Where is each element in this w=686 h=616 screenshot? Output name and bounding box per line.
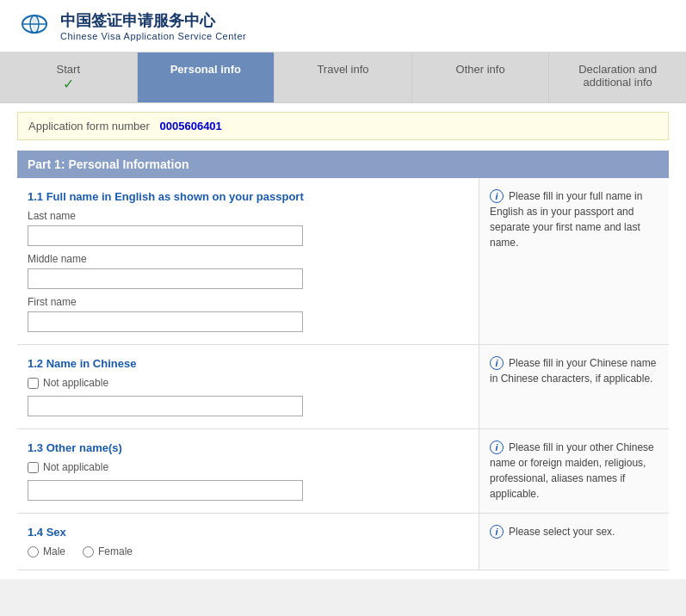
section-1-2-not-applicable-label[interactable]: Not applicable bbox=[28, 377, 468, 389]
other-name-input[interactable] bbox=[28, 480, 303, 501]
section-1-1-title: 1.1 Full name in English as shown on you… bbox=[28, 190, 468, 203]
info-icon-1-1: i bbox=[490, 189, 504, 203]
tab-declaration[interactable]: Declaration and additional info bbox=[549, 52, 686, 102]
app-number-value: 0005606401 bbox=[160, 120, 222, 132]
tab-personal-info[interactable]: Personal info bbox=[138, 52, 275, 102]
section-1-1-help: i Please fill in your full name in Engli… bbox=[479, 178, 669, 344]
section-1-2: 1.2 Name in Chinese Not applicable i Ple… bbox=[17, 345, 669, 429]
male-radio-label[interactable]: Male bbox=[28, 545, 65, 557]
first-name-input[interactable] bbox=[28, 311, 303, 332]
middle-name-input[interactable] bbox=[28, 268, 303, 289]
header-title-cn: 中国签证申请服务中心 bbox=[60, 10, 215, 31]
section-1-3-title: 1.3 Other name(s) bbox=[28, 441, 468, 454]
header-title-en: Chinese Visa Application Service Center bbox=[60, 31, 246, 41]
tab-travel-info[interactable]: Travel info bbox=[275, 52, 412, 102]
section-1-2-help-text: Please fill in your Chinese name in Chin… bbox=[490, 357, 656, 385]
last-name-label: Last name bbox=[28, 210, 468, 222]
info-icon-1-3: i bbox=[490, 440, 504, 454]
section-1-3-help-text: Please fill in your other Chinese name o… bbox=[490, 441, 654, 500]
section-1-3: 1.3 Other name(s) Not applicable i Pleas… bbox=[17, 429, 669, 514]
section-1-2-left: 1.2 Name in Chinese Not applicable bbox=[17, 345, 479, 428]
last-name-input[interactable] bbox=[28, 225, 303, 246]
content-area: Application form number 0005606401 Part … bbox=[0, 103, 686, 579]
section-1-3-left: 1.3 Other name(s) Not applicable bbox=[17, 429, 479, 513]
female-radio-label[interactable]: Female bbox=[83, 545, 133, 557]
section-1-3-help: i Please fill in your other Chinese name… bbox=[479, 429, 669, 513]
part1-header: Part 1: Personal Information bbox=[17, 151, 669, 178]
section-1-4: 1.4 Sex Male Female i Please select your… bbox=[17, 514, 669, 570]
logo-icon bbox=[17, 9, 52, 43]
section-1-2-help: i Please fill in your Chinese name in Ch… bbox=[479, 345, 669, 428]
section-1-3-not-applicable-label[interactable]: Not applicable bbox=[28, 461, 468, 473]
header: 中国签证申请服务中心 Chinese Visa Application Serv… bbox=[0, 0, 686, 52]
middle-name-label: Middle name bbox=[28, 253, 468, 265]
section-1-2-not-applicable-checkbox[interactable] bbox=[28, 378, 39, 389]
app-number-label: Application form number bbox=[28, 120, 150, 132]
start-checkmark: ✓ bbox=[7, 76, 130, 92]
male-radio[interactable] bbox=[28, 546, 39, 557]
header-branding: 中国签证申请服务中心 Chinese Visa Application Serv… bbox=[60, 10, 246, 41]
section-1-1: 1.1 Full name in English as shown on you… bbox=[17, 178, 669, 345]
first-name-label: First name bbox=[28, 296, 468, 308]
section-1-1-left: 1.1 Full name in English as shown on you… bbox=[17, 178, 479, 344]
section-1-4-help: i Please select your sex. bbox=[479, 514, 669, 570]
tab-other-info[interactable]: Other info bbox=[412, 52, 550, 102]
tab-start[interactable]: Start ✓ bbox=[0, 52, 138, 102]
section-1-4-help-text: Please select your sex. bbox=[509, 526, 615, 538]
section-1-4-title: 1.4 Sex bbox=[28, 526, 468, 539]
info-icon-1-4: i bbox=[490, 525, 504, 539]
tab-bar: Start ✓ Personal info Travel info Other … bbox=[0, 52, 686, 103]
info-icon-1-2: i bbox=[490, 356, 504, 370]
chinese-name-input[interactable] bbox=[28, 396, 303, 416]
section-1-3-not-applicable-checkbox[interactable] bbox=[28, 462, 39, 473]
section-1-4-left: 1.4 Sex Male Female bbox=[17, 514, 479, 570]
sex-radio-group: Male Female bbox=[28, 545, 468, 557]
female-radio[interactable] bbox=[83, 546, 94, 557]
application-number-bar: Application form number 0005606401 bbox=[17, 112, 669, 140]
section-1-1-help-text: Please fill in your full name in English… bbox=[490, 190, 642, 249]
section-1-2-title: 1.2 Name in Chinese bbox=[28, 357, 468, 370]
